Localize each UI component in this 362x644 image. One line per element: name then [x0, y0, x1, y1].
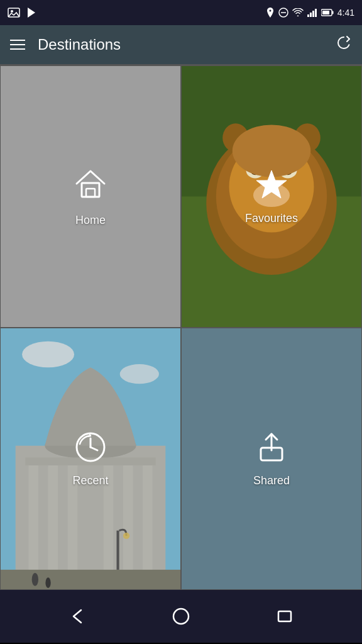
recents-nav-button[interactable] [266, 597, 304, 635]
svg-rect-12 [82, 183, 99, 197]
star-icon [255, 168, 288, 204]
svg-rect-6 [310, 13, 312, 17]
favourites-label: Favourites [245, 212, 298, 225]
location-icon [266, 8, 275, 18]
photo-icon [8, 6, 20, 19]
clock-icon [74, 430, 107, 467]
recent-label: Recent [72, 474, 108, 487]
home-nav-button[interactable] [162, 597, 200, 635]
favourites-cell[interactable]: Favourites [181, 65, 362, 328]
status-time: 4:41 [337, 8, 354, 18]
menu-button[interactable] [10, 40, 25, 50]
home-icon [72, 166, 109, 206]
svg-marker-30 [256, 170, 287, 198]
svg-point-54 [173, 609, 189, 624]
status-left-icons [8, 6, 38, 19]
app-title: Destinations [38, 36, 121, 53]
svg-rect-11 [322, 11, 329, 14]
share-icon [255, 430, 288, 467]
svg-rect-5 [307, 14, 309, 17]
refresh-button[interactable] [336, 35, 352, 55]
play-icon [25, 6, 38, 19]
svg-rect-55 [278, 611, 291, 621]
battery-icon [321, 9, 334, 16]
status-right-icons: 4:41 [266, 8, 354, 18]
svg-marker-2 [28, 8, 35, 18]
svg-line-51 [90, 447, 97, 450]
svg-rect-13 [86, 189, 95, 197]
home-cell[interactable]: Home [0, 65, 181, 328]
nav-bar [0, 590, 362, 643]
svg-rect-7 [312, 11, 314, 17]
status-bar: 4:41 [0, 0, 362, 25]
shared-cell[interactable]: Shared [181, 328, 362, 590]
svg-rect-10 [332, 11, 333, 14]
app-bar-left: Destinations [10, 36, 121, 53]
shared-label: Shared [253, 474, 290, 487]
destinations-grid: Home [0, 64, 362, 590]
back-button[interactable] [58, 597, 96, 635]
svg-rect-8 [315, 9, 317, 17]
wifi-icon [292, 8, 304, 17]
svg-point-1 [11, 10, 13, 13]
home-label: Home [75, 214, 106, 227]
app-bar: Destinations [0, 25, 362, 64]
signal-icon [307, 8, 317, 17]
dnd-icon [278, 8, 288, 18]
recent-cell[interactable]: Recent [0, 328, 181, 590]
